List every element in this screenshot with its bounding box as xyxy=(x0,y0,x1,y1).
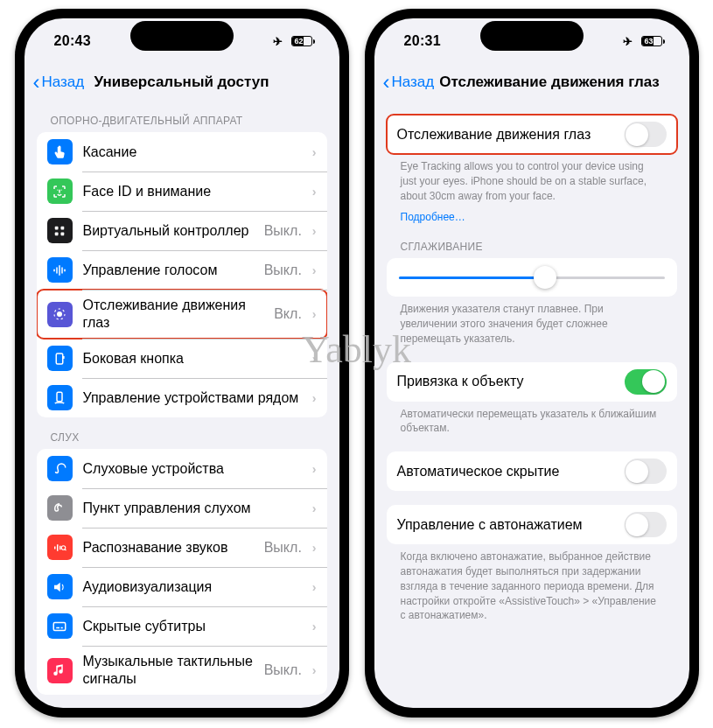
row-label: Автоматическое скрытие xyxy=(397,463,614,480)
svg-rect-4 xyxy=(53,269,55,271)
back-button[interactable]: ‹ Назад xyxy=(383,72,435,93)
row-nearby-devices[interactable]: Управление устройствами рядом › xyxy=(37,378,327,417)
chevron-right-icon: › xyxy=(312,501,317,515)
row-faceid[interactable]: Face ID и внимание › xyxy=(37,172,327,211)
row-label: Виртуальный контроллер xyxy=(83,222,254,240)
svg-rect-6 xyxy=(59,265,60,276)
row-hearing-devices[interactable]: Слуховые устройства › xyxy=(37,449,327,488)
sound-recognition-icon xyxy=(47,535,73,560)
airplane-icon: ✈︎ xyxy=(623,35,633,48)
row-label: Привязка к объекту xyxy=(397,373,614,390)
row-label: Боковая кнопка xyxy=(83,350,302,368)
chevron-right-icon: › xyxy=(312,462,317,476)
svg-rect-5 xyxy=(56,267,58,274)
chevron-right-icon: › xyxy=(312,541,317,555)
airplane-icon: ✈︎ xyxy=(273,35,283,48)
svg-rect-3 xyxy=(61,232,65,235)
row-music-haptics[interactable]: Музыкальные тактильные сигналы Выкл. › xyxy=(37,646,327,695)
row-snap-to-item[interactable]: Привязка к объекту xyxy=(387,362,677,402)
chevron-right-icon: › xyxy=(312,580,317,594)
smoothing-slider[interactable] xyxy=(387,258,677,297)
row-hearing-control[interactable]: Пункт управления слухом › xyxy=(37,488,327,528)
footer-smoothing: Движения указателя станут плавнее. При у… xyxy=(387,297,677,347)
audiovisual-icon xyxy=(47,574,73,599)
row-voice-control[interactable]: Управление голосом Выкл. › xyxy=(37,250,327,290)
chevron-right-icon: › xyxy=(312,263,317,277)
row-auto-hide[interactable]: Автоматическое скрытие xyxy=(387,452,677,491)
row-label: Face ID и внимание xyxy=(83,183,302,200)
row-dwell-control[interactable]: Управление с автонажатием xyxy=(387,505,677,544)
chevron-right-icon: › xyxy=(312,307,317,321)
svg-rect-8 xyxy=(64,269,66,271)
nav-header: ‹ Назад Отслеживание движения глаз xyxy=(374,64,689,101)
switch-control-icon xyxy=(47,218,73,243)
svg-rect-1 xyxy=(61,226,65,229)
row-subtitles[interactable]: Скрытые субтитры › xyxy=(37,606,327,646)
side-button-icon xyxy=(47,346,73,371)
back-button[interactable]: ‹ Назад xyxy=(33,72,85,93)
row-value: Выкл. xyxy=(264,540,302,556)
chevron-right-icon: › xyxy=(312,620,317,634)
section-header-hearing: Слух xyxy=(37,417,327,449)
footer-eye-tracking: Eye Tracking allows you to control your … xyxy=(387,154,677,205)
svg-rect-7 xyxy=(61,267,63,274)
row-label: Управление голосом xyxy=(83,262,254,279)
row-audiovisual[interactable]: Аудиовизуализация › xyxy=(37,567,327,606)
row-value: Выкл. xyxy=(264,262,302,278)
chevron-right-icon: › xyxy=(312,145,317,159)
music-haptics-icon xyxy=(47,658,73,683)
row-label: Музыкальные тактильные сигналы xyxy=(83,653,254,688)
svg-rect-13 xyxy=(57,392,62,402)
row-value: Выкл. xyxy=(264,223,302,239)
dynamic-island xyxy=(480,21,584,51)
hearing-control-icon xyxy=(47,495,73,521)
battery-icon: 63 xyxy=(641,36,665,46)
row-side-button[interactable]: Боковая кнопка › xyxy=(37,339,327,378)
chevron-right-icon: › xyxy=(312,391,317,405)
chevron-left-icon: ‹ xyxy=(33,72,40,93)
toggle-switch[interactable] xyxy=(625,369,667,395)
row-value: Вкл. xyxy=(274,306,302,322)
row-eye-tracking-toggle[interactable]: Отслеживание движения глаз xyxy=(387,115,677,154)
svg-rect-16 xyxy=(59,545,61,550)
footer-dwell: Когда включено автонажатие, выбранное де… xyxy=(387,544,677,625)
row-label: Аудиовизуализация xyxy=(83,578,302,596)
row-virtual-controller[interactable]: Виртуальный контроллер Выкл. › xyxy=(37,211,327,250)
section-header-speech: Речь xyxy=(37,695,327,708)
svg-rect-19 xyxy=(53,622,66,630)
svg-rect-0 xyxy=(55,226,59,229)
eye-tracking-icon xyxy=(47,302,73,327)
footer-snap: Автоматически перемещать указатель к бли… xyxy=(387,402,677,438)
row-label: Пункт управления слухом xyxy=(83,500,302,517)
svg-rect-14 xyxy=(54,546,56,549)
row-label: Скрытые субтитры xyxy=(83,618,302,635)
phone-right: 20:31 ✈︎ 63 ‹ Назад Отслеживание движени… xyxy=(365,9,699,718)
row-label: Распознавание звуков xyxy=(83,539,254,556)
back-label: Назад xyxy=(392,74,435,91)
section-header-motor: Опорно-двигательный аппарат xyxy=(37,101,327,132)
status-time: 20:43 xyxy=(54,33,91,49)
section-header-smoothing: Сглаживание xyxy=(387,227,677,258)
chevron-right-icon: › xyxy=(312,224,317,238)
hearing-devices-icon xyxy=(47,456,73,481)
nearby-devices-icon xyxy=(47,385,73,410)
svg-line-18 xyxy=(65,549,66,550)
row-label: Касание xyxy=(83,144,302,161)
row-touch[interactable]: Касание › xyxy=(37,132,327,172)
row-value: Выкл. xyxy=(264,662,302,678)
row-sound-recognition[interactable]: Распознавание звуков Выкл. › xyxy=(37,528,327,567)
status-time: 20:31 xyxy=(404,33,441,49)
toggle-switch[interactable] xyxy=(625,122,667,147)
chevron-right-icon: › xyxy=(312,663,317,677)
dynamic-island xyxy=(130,21,234,51)
svg-rect-15 xyxy=(57,544,59,551)
toggle-switch[interactable] xyxy=(625,512,667,537)
row-label: Отслеживание движения глаз xyxy=(397,126,614,144)
learn-more-link[interactable]: Подробнее… xyxy=(387,205,677,227)
row-eye-tracking[interactable]: Отслеживание движения глаз Вкл. › xyxy=(37,290,327,339)
row-label: Управление устройствами рядом xyxy=(83,389,302,407)
subtitles-icon xyxy=(47,613,73,639)
toggle-switch[interactable] xyxy=(625,458,667,484)
touch-icon xyxy=(47,139,73,164)
voice-control-icon xyxy=(47,257,73,283)
